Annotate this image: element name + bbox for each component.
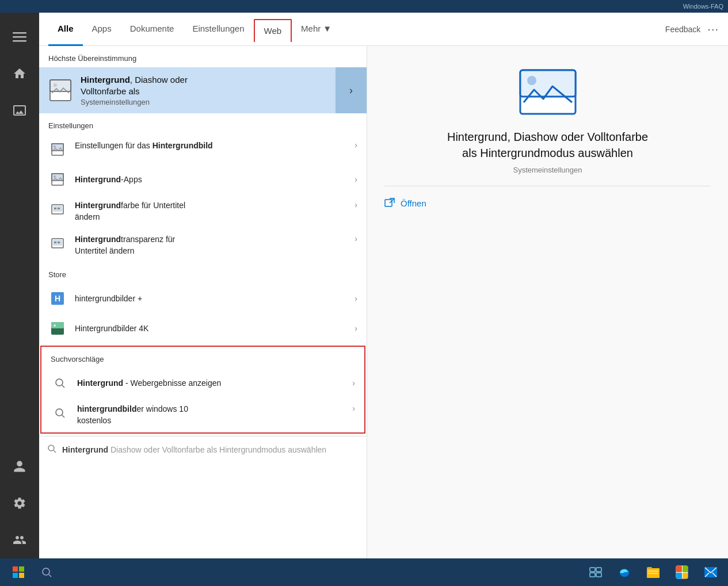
sidebar-account-button[interactable] [0, 522, 39, 558]
svg-rect-54 [683, 573, 688, 579]
chevron-icon-3: › [355, 200, 357, 209]
list-item-text-8: hintergrundbilder windows 10kostenlos [77, 404, 344, 426]
svg-point-24 [54, 324, 56, 327]
best-match-item[interactable]: Hintergrund, Diashow oderVolltonfarbe al… [39, 67, 367, 113]
more-options-button[interactable]: ··· [707, 22, 719, 36]
svg-rect-18 [54, 242, 56, 243]
mehr-chevron-icon: ▼ [323, 24, 331, 33]
svg-rect-43 [590, 573, 595, 577]
svg-rect-0 [13, 32, 26, 34]
svg-rect-36 [13, 566, 18, 572]
svg-rect-52 [683, 566, 688, 572]
svg-rect-34 [385, 200, 392, 206]
list-item-hintergrund-apps[interactable]: Hintergrund-Apps › [39, 164, 367, 194]
svg-point-33 [527, 76, 536, 85]
store-header: Store [39, 262, 367, 284]
best-match-arrow[interactable]: › [336, 67, 367, 113]
tab-dokumente[interactable]: Dokumente [121, 13, 184, 46]
svg-rect-1 [13, 36, 26, 38]
list-item-text-4: Hintergrundtransparenz fürUntertitel änd… [75, 234, 346, 256]
svg-point-29 [48, 445, 54, 451]
chevron-icon-4: › [355, 234, 357, 243]
svg-text:H: H [55, 294, 60, 303]
best-match-text: Hintergrund, Diashow oderVolltonfarbe al… [81, 74, 326, 106]
list-item-hintergrundbilder4k[interactable]: Hintergrundbilder 4K › [39, 313, 367, 343]
svg-rect-49 [648, 573, 658, 574]
chevron-icon-1: › [355, 140, 357, 150]
suchvorschlaege-header: Suchvorschläge [41, 347, 364, 368]
settings-icon-4 [48, 234, 67, 252]
start-button[interactable] [5, 558, 32, 586]
list-item-suchvorschlag-2[interactable]: hintergrundbilder windows 10kostenlos › [41, 398, 364, 432]
list-item-text-3: Hintergrundfarbe für Untertiteländern [75, 200, 346, 223]
bottom-search-hint: Diashow oder Volltonfarbe als Hintergrun… [108, 445, 326, 454]
open-label: Öffnen [401, 198, 426, 208]
suchvorschlaege-section: Suchvorschläge Hintergrund - Webergebnis… [40, 346, 365, 433]
search-icon-1 [51, 374, 69, 392]
taskbar-right [583, 560, 723, 585]
detail-subtitle: Systemeinstellungen [513, 166, 582, 174]
detail-divider [384, 186, 711, 186]
detail-action-open[interactable]: Öffnen [384, 198, 426, 208]
tab-einstellungen[interactable]: Einstellungen [183, 13, 253, 46]
tab-alle[interactable]: Alle [48, 13, 83, 46]
best-match-header: Höchste Übereinstimmung [39, 46, 367, 67]
svg-point-11 [54, 175, 56, 178]
detail-image-icon [519, 69, 577, 115]
list-item-text-7: Hintergrund - Webergebnisse anzeigen [77, 378, 344, 388]
best-match-icon [48, 78, 73, 102]
svg-rect-23 [51, 322, 64, 328]
taskbar [0, 558, 728, 586]
sidebar-home-button[interactable] [0, 55, 39, 92]
tab-apps[interactable]: Apps [83, 13, 121, 46]
list-item-text-1: Einstellungen für das Hintergrundbild [75, 140, 346, 152]
list-item-hintergrundfarbe[interactable]: Hintergrundfarbe für Untertiteländern › [39, 194, 367, 228]
svg-line-26 [62, 385, 64, 388]
svg-line-30 [54, 450, 56, 453]
edge-icon[interactable] [612, 560, 637, 585]
svg-point-40 [43, 568, 49, 575]
svg-rect-51 [676, 566, 682, 572]
store-icon[interactable] [669, 560, 695, 585]
list-item-text-2: Hintergrund-Apps [75, 175, 346, 184]
detail-title: Hintergrund, Diashow oder Volltonfarbe a… [439, 129, 657, 161]
list-item-hintergrundbilder-plus[interactable]: H hintergrundbilder + › [39, 284, 367, 313]
chevron-icon-6: › [355, 324, 357, 333]
feedback-button[interactable]: Feedback [665, 25, 700, 34]
taskview-icon[interactable] [583, 560, 608, 585]
svg-rect-2 [13, 40, 26, 42]
list-item-hintergrundbild[interactable]: Einstellungen für das Hintergrundbild › [39, 135, 367, 164]
chevron-icon-7: › [352, 378, 355, 388]
search-panel: Alle Apps Dokumente Einstellungen Web Me… [39, 13, 728, 558]
best-match-bold: Hintergrund [81, 75, 130, 85]
bottom-search-bar: Hintergrund Diashow oder Volltonfarbe al… [39, 436, 367, 464]
svg-rect-48 [648, 570, 658, 572]
content-row: Höchste Übereinstimmung [39, 46, 728, 558]
tab-mehr[interactable]: Mehr ▼ [292, 13, 341, 46]
list-item-hintergrundtransparenz[interactable]: Hintergrundtransparenz fürUntertitel änd… [39, 228, 367, 262]
file-explorer-icon[interactable] [641, 560, 666, 585]
svg-rect-19 [58, 242, 60, 243]
results-panel: Höchste Übereinstimmung [39, 46, 367, 558]
svg-rect-37 [19, 566, 24, 572]
list-item-suchvorschlag-1[interactable]: Hintergrund - Webergebnisse anzeigen › [41, 368, 364, 398]
sidebar-menu-button[interactable] [0, 18, 39, 55]
settings-icon-2 [48, 170, 67, 189]
svg-rect-38 [13, 573, 18, 578]
sidebar-photo-button[interactable] [0, 92, 39, 129]
sidebar-person-button[interactable] [0, 448, 39, 485]
taskbar-search-button[interactable] [35, 560, 59, 584]
settings-icon-3 [48, 200, 67, 219]
svg-rect-42 [590, 568, 595, 572]
chevron-icon-8: › [352, 404, 355, 413]
store-icon-2 [48, 319, 67, 338]
mail-icon[interactable] [698, 560, 723, 585]
svg-rect-14 [54, 208, 56, 209]
tab-web[interactable]: Web [254, 19, 292, 42]
main-wrapper: Alle Apps Dokumente Einstellungen Web Me… [0, 13, 728, 558]
search-icon-2 [51, 404, 69, 422]
bottom-search-icon [47, 444, 56, 455]
detail-panel: Hintergrund, Diashow oder Volltonfarbe a… [367, 46, 728, 558]
sidebar-settings-button[interactable] [0, 485, 39, 522]
settings-icon-1 [48, 140, 67, 159]
